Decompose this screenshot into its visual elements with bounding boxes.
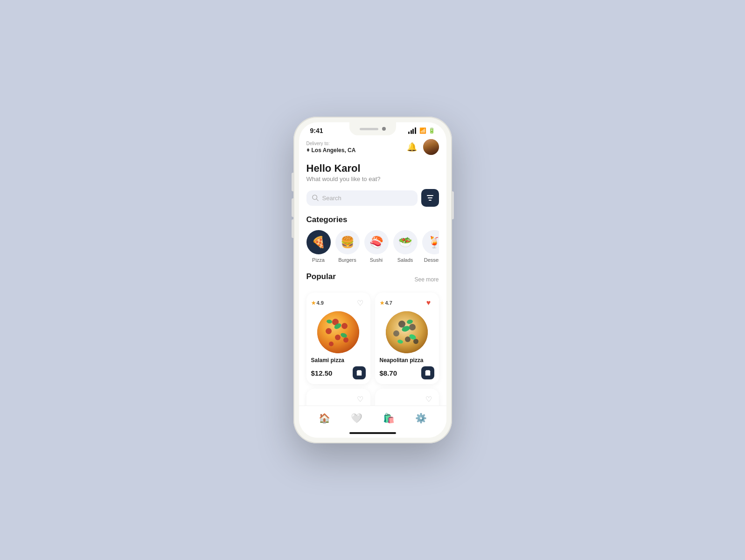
partial-favorite-right[interactable]: ♡ (423, 393, 434, 405)
favorite-button-salami[interactable]: ♡ (355, 297, 366, 308)
location-text: Los Angeles, CA (312, 147, 356, 154)
greeting-subtitle: What would you like to eat? (306, 175, 439, 182)
svg-line-1 (316, 199, 318, 201)
star-icon: ★ (380, 300, 384, 306)
search-icon (312, 195, 319, 201)
delivery-location: Los Angeles, CA (306, 147, 356, 154)
delivery-info: Delivery to: Los Angeles, CA (306, 141, 356, 154)
header: Delivery to: Los Angeles, CA 🔔 (306, 136, 439, 155)
search-box[interactable]: Search (306, 190, 418, 206)
category-label-pizza: Pizza (312, 257, 325, 263)
category-icon-salads: 🥗 (393, 230, 418, 254)
notch (349, 122, 396, 135)
product-card-salami[interactable]: ★ 4.9 ♡ (306, 293, 370, 384)
phone-frame: 9:41 📶 🔋 Delivery to: (293, 117, 452, 443)
nav-favorites[interactable]: 🤍 (347, 411, 366, 426)
product-card-partial-left[interactable]: ♡ (306, 389, 370, 406)
bag-icon (356, 370, 362, 376)
price-neapolitan: $8.70 (380, 369, 397, 377)
star-icon: ★ (311, 300, 316, 306)
price-salami: $12.50 (311, 369, 333, 377)
screen-content: Delivery to: Los Angeles, CA 🔔 Hello Kar… (299, 136, 446, 406)
favorites-icon: 🤍 (351, 413, 362, 424)
category-label-salads: Salads (397, 257, 413, 263)
category-item-desserts[interactable]: 🍹 Desserts (422, 230, 439, 263)
product-card-partial-right[interactable]: ♡ (375, 389, 439, 406)
category-label-desserts: Desserts (424, 257, 439, 263)
partial-favorite-left[interactable]: ♡ (355, 393, 366, 405)
popular-title: Popular (306, 272, 336, 281)
popular-header: Popular See more (306, 272, 439, 287)
location-pin-icon (306, 148, 310, 152)
card-bottom-salami: $12.50 (311, 366, 366, 379)
notch-camera (382, 127, 386, 131)
home-bar (349, 432, 396, 434)
nav-home[interactable]: 🏠 (315, 411, 334, 426)
rating-neapolitan: ★ 4.7 (380, 300, 392, 306)
categories-title: Categories (306, 215, 439, 224)
card-top-neapolitan: ★ 4.7 ♥ (380, 297, 434, 308)
category-label-burgers: Burgers (338, 257, 356, 263)
phone-screen: 9:41 📶 🔋 Delivery to: (299, 122, 446, 438)
svg-point-0 (312, 195, 317, 200)
bag-icon (425, 370, 431, 376)
greeting: Hello Karol What would you like to eat? (306, 162, 439, 182)
add-to-cart-neapolitan[interactable] (421, 366, 434, 379)
heart-empty-icon: ♡ (357, 299, 363, 308)
avatar-image (423, 139, 439, 155)
home-indicator (299, 428, 446, 438)
status-icons: 📶 🔋 (408, 127, 435, 134)
see-more-link[interactable]: See more (414, 276, 439, 283)
add-to-cart-salami[interactable] (353, 366, 366, 379)
card-bottom-neapolitan: $8.70 (380, 366, 434, 379)
heart-empty-icon: ♡ (357, 395, 363, 404)
nav-settings[interactable]: ⚙️ (411, 411, 431, 426)
category-icon-desserts: 🍹 (422, 230, 439, 254)
filter-icon (427, 195, 433, 201)
category-icon-sushi: 🍣 (364, 230, 389, 254)
status-time: 9:41 (310, 127, 323, 134)
battery-icon: 🔋 (428, 127, 435, 134)
nav-cart[interactable]: 🛍️ (379, 411, 398, 426)
home-icon: 🏠 (319, 413, 330, 424)
category-icon-pizza: 🍕 (306, 230, 331, 254)
signal-icon (408, 127, 416, 134)
greeting-hello: Hello Karol (306, 162, 439, 175)
filter-button[interactable] (421, 189, 439, 207)
cart-icon: 🛍️ (383, 413, 395, 424)
category-icon-burgers: 🍔 (335, 230, 360, 254)
card-top-salami: ★ 4.9 ♡ (311, 297, 366, 308)
heart-empty-icon: ♡ (425, 395, 432, 404)
product-image-neapolitan (386, 311, 428, 353)
product-name-salami: Salami pizza (311, 357, 366, 364)
header-actions: 🔔 (405, 139, 439, 155)
bottom-nav: 🏠 🤍 🛍️ ⚙️ (299, 406, 446, 428)
category-item-pizza[interactable]: 🍕 Pizza (306, 230, 331, 263)
product-card-neapolitan[interactable]: ★ 4.7 ♥ (375, 293, 439, 384)
heart-filled-icon: ♥ (426, 299, 431, 307)
avatar[interactable] (423, 139, 439, 155)
settings-icon: ⚙️ (415, 413, 427, 424)
product-name-neapolitan: Neapolitan pizza (380, 357, 434, 364)
products-grid: ★ 4.9 ♡ (306, 293, 439, 406)
rating-salami: ★ 4.9 (311, 300, 324, 306)
search-placeholder: Search (322, 195, 341, 202)
notification-button[interactable]: 🔔 (405, 140, 418, 154)
favorite-button-neapolitan[interactable]: ♥ (423, 297, 434, 308)
category-label-sushi: Sushi (370, 257, 383, 263)
categories-row: 🍕 Pizza 🍔 Burgers 🍣 Sushi 🥗 Salads 🍹 (306, 230, 439, 263)
category-item-burgers[interactable]: 🍔 Burgers (335, 230, 360, 263)
notch-speaker (360, 128, 378, 130)
wifi-icon: 📶 (419, 127, 426, 134)
product-image-salami (317, 311, 359, 353)
delivery-label: Delivery to: (306, 141, 356, 146)
category-item-sushi[interactable]: 🍣 Sushi (364, 230, 389, 263)
search-row: Search (306, 189, 439, 207)
category-item-salads[interactable]: 🥗 Salads (393, 230, 418, 263)
